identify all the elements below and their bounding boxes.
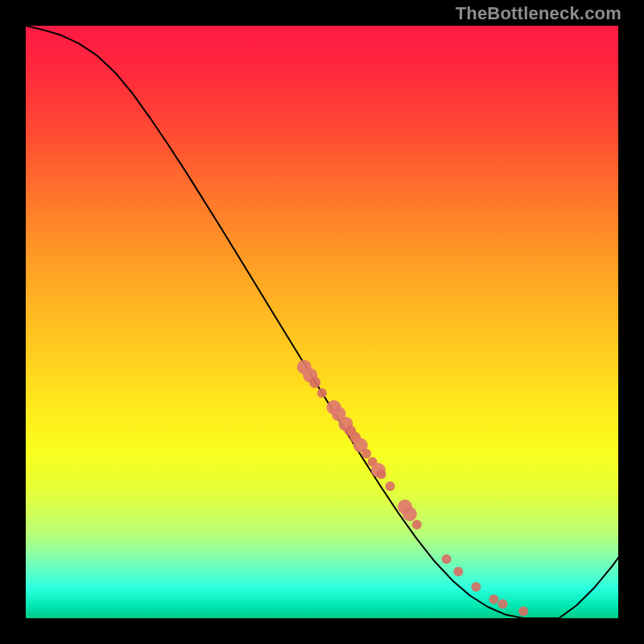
data-marker bbox=[412, 520, 422, 530]
data-marker bbox=[377, 469, 386, 479]
data-marker bbox=[489, 594, 498, 604]
marker-layer bbox=[297, 360, 528, 616]
data-marker bbox=[498, 599, 508, 609]
bottleneck-curve bbox=[26, 26, 618, 618]
data-marker bbox=[361, 448, 371, 458]
watermark-text: TheBottleneck.com bbox=[456, 3, 621, 24]
data-marker bbox=[442, 554, 452, 564]
data-marker bbox=[386, 481, 395, 491]
data-marker bbox=[453, 567, 463, 576]
data-marker bbox=[518, 606, 528, 616]
chart-svg-overlay bbox=[26, 26, 618, 618]
data-marker bbox=[309, 377, 320, 388]
data-marker bbox=[402, 507, 417, 522]
data-marker bbox=[317, 388, 327, 398]
data-marker bbox=[471, 582, 481, 592]
